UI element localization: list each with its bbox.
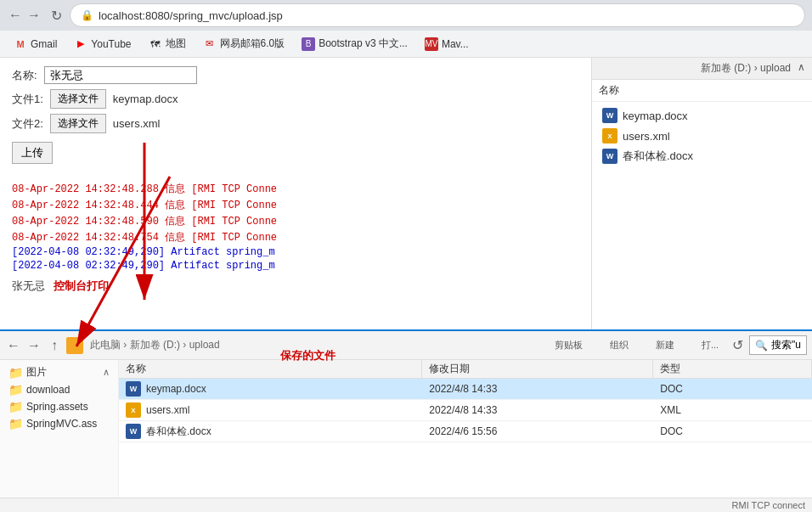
log-line-2: 08-Apr-2022 14:32:48.444 信息 [RMI TCP Con… [0, 197, 591, 213]
bookmark-gmail[interactable]: M Gmail [7, 35, 64, 53]
explorer-search-box[interactable]: 🔍 搜索"u [749, 335, 807, 355]
right-file-item-1[interactable]: W keymap.docx [592, 105, 812, 126]
file-type-chunhe: DOC [653, 423, 812, 440]
explorer-up[interactable]: ↑ [46, 337, 63, 354]
log-line-1: 08-Apr-2022 14:32:48.288 信息 [RMI TCP Con… [0, 181, 591, 197]
file-item-keymap[interactable]: W keymap.docx 2022/4/8 14:33 DOC [119, 379, 812, 400]
console-print-area: 张无忌 控制台打印 [0, 276, 591, 296]
file2-choose-button[interactable]: 选择文件 [50, 114, 106, 133]
col-date: 修改日期 [422, 360, 653, 378]
reload-button[interactable]: ↻ [48, 7, 65, 24]
file1-row: 文件1: 选择文件 keymap.docx [12, 89, 579, 109]
explorer-back[interactable]: ← [5, 337, 22, 354]
folder-icon-toolbar [66, 337, 83, 354]
toolbar-path-label: 此电脑 › 新加卷 (D:) › upload [90, 338, 220, 352]
file-explorer: ← → ↑ 此电脑 › 新加卷 (D:) › upload 剪贴板 组织 新建 … [0, 329, 812, 512]
search-icon: 🔍 [755, 340, 768, 352]
console-print-label: 控制台打印 [54, 279, 109, 294]
explorer-body: 📁 图片 ∧ 📁 download 📁 Spring.assets 📁 Spri… [0, 360, 812, 498]
upload-row: 上传 [12, 138, 579, 164]
col-type: 类型 [653, 360, 812, 378]
file-item-chunhe[interactable]: W 春和体检.docx 2022/4/6 15:56 DOC [119, 421, 812, 442]
back-button[interactable]: ← [7, 7, 24, 24]
file-date-chunhe: 2022/4/6 15:56 [422, 423, 653, 440]
mav-icon: MV [425, 37, 438, 51]
file-icon-keymap: W [126, 381, 141, 397]
youtube-icon: ▶ [74, 37, 87, 51]
explorer-sidebar: 📁 图片 ∧ 📁 download 📁 Spring.assets 📁 Spri… [0, 360, 119, 498]
file-type-users: XML [653, 402, 812, 419]
toolbar-new: 新建 [649, 339, 681, 352]
browser-nav: ← → ↻ 🔒 localhost:8080/spring_mvc/upload… [0, 0, 812, 31]
xml-icon: X [602, 128, 617, 143]
explorer-main: 名称 修改日期 类型 W keymap.docx 2022/4/8 14:33 … [119, 360, 812, 498]
right-file-name-3: 春和体检.docx [623, 149, 693, 164]
forward-button[interactable]: → [25, 7, 42, 24]
sidebar-pictures[interactable]: 📁 图片 ∧ [0, 363, 118, 381]
log-line-5: [2022-04-08 02:32:49,290] Artifact sprin… [0, 245, 591, 259]
file-date-users: 2022/4/8 14:33 [422, 402, 653, 419]
bookmark-bootstrap[interactable]: B Bootstrap v3 中文... [295, 34, 414, 53]
folder-icon-pictures: 📁 [8, 366, 23, 380]
bookmark-mail163[interactable]: ✉ 网易邮箱6.0版 [196, 34, 292, 53]
bookmark-mav[interactable]: MV Mav... [418, 35, 476, 53]
bookmark-youtube[interactable]: ▶ YouTube [67, 35, 138, 53]
bookmark-bootstrap-label: Bootstrap v3 中文... [319, 37, 408, 51]
file1-name: keymap.docx [113, 93, 178, 105]
folder-icon-springmvc: 📁 [8, 417, 23, 430]
sidebar-download[interactable]: 📁 download [0, 381, 118, 398]
file-type-keymap: DOC [653, 380, 812, 397]
right-file-name-2: users.xml [623, 130, 670, 143]
toolbar-print: 打... [695, 339, 725, 352]
maps-icon: 🗺 [149, 37, 162, 51]
folder-icon-download: 📁 [8, 383, 23, 397]
sidebar-label-pictures: 图片 [26, 365, 47, 380]
right-file-list: W keymap.docx X users.xml W 春和体检.docx [592, 102, 812, 170]
right-panel-path: 新加卷 (D:) › upload [701, 61, 791, 76]
explorer-status: RMI TCP connect [0, 498, 812, 512]
bookmark-maps[interactable]: 🗺 地图 [142, 34, 193, 53]
file-icon-chunhe: W [126, 424, 141, 439]
file-name-chunhe: 春和体检.docx [146, 425, 211, 439]
file-icon-users: X [126, 402, 141, 418]
upload-button[interactable]: 上传 [12, 142, 53, 164]
explorer-forward[interactable]: → [25, 337, 42, 354]
log-line-4: 08-Apr-2022 14:32:48.754 信息 [RMI TCP Con… [0, 229, 591, 245]
file-name-users: users.xml [146, 404, 189, 416]
bookmarks-bar: M Gmail ▶ YouTube 🗺 地图 ✉ 网易邮箱6.0版 B Boot… [0, 31, 812, 58]
console-print-name: 张无忌 [12, 279, 45, 294]
explorer-refresh[interactable]: ↺ [729, 337, 746, 354]
sidebar-springmvc[interactable]: 📁 SpringMVC.ass [0, 415, 118, 432]
url-text: localhost:8080/spring_mvc/upload.jsp [99, 9, 283, 22]
address-bar[interactable]: 🔒 localhost:8080/spring_mvc/upload.jsp [70, 3, 805, 27]
sidebar-label-spring: Spring.assets [26, 401, 88, 413]
upload-form: 名称: 文件1: 选择文件 keymap.docx 文件2: 选择文件 user… [0, 58, 591, 177]
bootstrap-icon: B [302, 37, 315, 51]
name-label: 名称: [12, 68, 37, 83]
file-item-users[interactable]: X users.xml 2022/4/8 14:33 XML [119, 400, 812, 421]
console-log-area: 08-Apr-2022 14:32:48.288 信息 [RMI TCP Con… [0, 177, 591, 276]
collapse-icon[interactable]: ∧ [798, 61, 805, 76]
folder-icon-spring: 📁 [8, 400, 23, 414]
right-file-item-3[interactable]: W 春和体检.docx [592, 146, 812, 166]
right-file-item-2[interactable]: X users.xml [592, 126, 812, 146]
right-panel-name-col: 名称 [592, 80, 812, 102]
explorer-toolbar: ← → ↑ 此电脑 › 新加卷 (D:) › upload 剪贴板 组织 新建 … [0, 331, 812, 360]
file1-choose-button[interactable]: 选择文件 [50, 89, 106, 109]
expand-arrow: ∧ [103, 367, 110, 378]
status-text: RMI TCP connect [732, 500, 805, 510]
mail-icon: ✉ [203, 37, 217, 51]
file-name-keymap: keymap.docx [146, 383, 206, 395]
file1-label: 文件1: [12, 92, 43, 107]
file2-name: users.xml [113, 117, 161, 130]
name-row: 名称: [12, 66, 579, 84]
sidebar-spring-assets[interactable]: 📁 Spring.assets [0, 398, 118, 415]
right-panel-header: 新加卷 (D:) › upload ∧ [592, 58, 812, 80]
gmail-icon: M [14, 37, 27, 51]
file-date-keymap: 2022/4/8 14:33 [422, 380, 653, 397]
name-input[interactable] [44, 66, 197, 84]
bookmark-mav-label: Mav... [442, 38, 469, 50]
bookmark-gmail-label: Gmail [31, 38, 57, 50]
search-placeholder: 搜索"u [771, 338, 801, 352]
right-file-name-1: keymap.docx [623, 110, 688, 122]
